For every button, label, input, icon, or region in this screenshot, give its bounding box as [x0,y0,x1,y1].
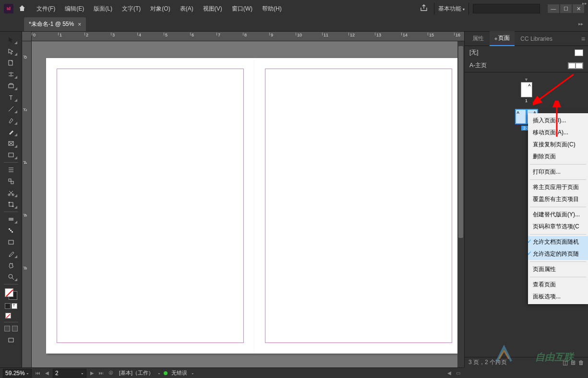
home-icon[interactable] [18,4,26,13]
ctx-override-master[interactable]: 覆盖所有主页项目 [528,193,588,205]
document-tab[interactable]: *未命名-1 @ 55% × [24,17,86,31]
ctx-page-attributes[interactable]: 页面属性 [528,263,588,275]
eyedropper-tool[interactable] [4,248,18,259]
edit-page-size-icon[interactable]: ◫ [563,359,568,366]
page-1-thumb[interactable]: A [521,82,532,97]
tab-cc-libraries[interactable]: CC Libraries [516,33,557,45]
panel-menu-icon[interactable]: ≡ [581,35,585,43]
hand-tool[interactable] [4,260,18,271]
svg-point-13 [8,202,10,203]
rectangle-frame-tool[interactable] [4,138,18,149]
canvas[interactable]: 012345678910111213141516 02468 [22,32,464,367]
collapse-status-icon[interactable]: ◀ [446,370,452,376]
screen-mode-status-icon[interactable]: ▭ [455,370,461,376]
ctx-print-pages[interactable]: 打印页面... [528,166,588,178]
page-tool[interactable] [4,58,18,68]
page-right[interactable] [254,58,463,354]
pencil-tool[interactable] [4,127,18,137]
svg-rect-15 [9,218,13,221]
pen-tool[interactable] [4,115,18,126]
minimize-button[interactable]: — [548,4,559,13]
page-flow-indicator-icon: ▼ [465,77,588,82]
prev-page-icon[interactable]: ◀ [44,370,50,376]
menu-help[interactable]: 帮助(H) [258,3,286,15]
zoom-input[interactable]: 59.25%⌄ [3,369,32,378]
rectangle-tool[interactable] [4,150,18,160]
ctx-move-pages[interactable]: 移动页面(A)... [528,127,588,139]
ruler-vertical[interactable]: 02468 [22,41,32,367]
delete-page-icon[interactable]: 🗑 [578,359,584,366]
share-icon[interactable] [420,3,430,14]
ctx-apply-master[interactable]: 将主页应用于页面 [528,181,588,193]
selection-tool[interactable] [4,35,18,45]
page-left[interactable] [46,58,254,354]
scissors-tool[interactable] [4,188,18,198]
ctx-view-pages[interactable]: 查看页面 [528,279,588,291]
ctx-insert-pages[interactable]: 插入页面(I)... [528,115,588,127]
menu-type[interactable]: 文字(T) [118,3,144,15]
preflight-status[interactable]: 无错误⌄ [164,369,194,377]
ctx-delete-pages[interactable]: 删除页面 [528,151,588,163]
screen-mode-tool[interactable] [4,335,18,345]
close-tab-icon[interactable]: × [78,21,81,28]
type-tool[interactable]: T [4,92,18,103]
gap-grid-tool[interactable] [4,165,18,175]
ctx-numbering[interactable]: 页码和章节选项(C [528,221,588,233]
menu-layout[interactable]: 版面(L) [90,3,116,15]
formatting-text-icon[interactable]: T [12,303,17,309]
svg-rect-1 [9,84,13,88]
tab-properties[interactable]: 属性 [468,32,489,46]
new-page-icon[interactable]: ⊞ [571,359,576,366]
tab-pages[interactable]: 页面 [490,31,515,46]
gradient-feather-tool[interactable] [4,225,18,236]
cell-tool[interactable] [4,176,18,187]
menu-window[interactable]: 窗口(W) [228,3,256,15]
apply-color-icon[interactable] [5,303,11,309]
fill-stroke-swatch[interactable] [5,288,17,299]
ctx-duplicate-pages[interactable]: 直接复制页面(C) [528,139,588,151]
menu-edit[interactable]: 编辑(E) [61,3,88,15]
search-input[interactable] [473,4,540,13]
maximize-button[interactable]: ☐ [560,4,572,13]
expand-panels-icon[interactable]: ▸▸ [578,21,583,26]
open-navigator-icon[interactable]: ⦿ [108,370,114,376]
pages-panel-footer: 3 页，2 个跨页 ◫ ⊞ 🗑 [465,357,588,367]
style-status[interactable]: [基本]（工作）⌄ [117,369,161,377]
first-page-icon[interactable]: ⏮ [35,370,41,376]
content-collector-tool[interactable] [4,81,18,91]
workspace-switcher[interactable]: 基本功能 ▾ [434,3,469,15]
zoom-tool[interactable] [4,272,18,282]
vertical-scrollbar[interactable] [457,41,464,367]
ctx-allow-shuffle[interactable]: 允许文档页面随机 [528,236,588,248]
ruler-horizontal[interactable]: 012345678910111213141516 [32,32,464,41]
scrollbar-thumb[interactable] [458,46,463,238]
last-page-icon[interactable]: ⏭ [98,370,105,376]
ctx-panel-options[interactable]: 面板选项... [528,291,588,303]
line-tool[interactable] [4,104,18,114]
menu-table[interactable]: 表(A) [176,3,197,15]
free-transform-tool[interactable] [4,199,18,210]
toolbox: ▸▸ T T [0,32,22,367]
ruler-origin[interactable] [22,32,32,41]
menu-view[interactable]: 视图(V) [199,3,226,15]
ctx-alt-layout[interactable]: 创建替代版面(Y)... [528,209,588,221]
menu-file[interactable]: 文件(F) [33,3,59,15]
next-page-icon[interactable]: ▶ [89,370,95,376]
gap-tool[interactable] [4,69,18,80]
master-none-row[interactable]: [无] [465,46,588,59]
document-tab-title: *未命名-1 @ 55% [29,20,74,28]
preview-mode-icon[interactable] [12,326,18,331]
master-a-row[interactable]: A-主页 [465,59,588,72]
direct-selection-tool[interactable] [4,46,18,57]
gradient-swatch-tool[interactable] [4,214,18,224]
note-tool[interactable] [4,237,18,248]
svg-rect-8 [9,179,11,181]
default-swap-none-swatch[interactable] [5,312,17,320]
menu-object[interactable]: 对象(O) [146,3,174,15]
document-tab-strip: *未命名-1 @ 55% × ▸▸ [0,17,588,32]
normal-mode-icon[interactable] [4,326,10,331]
ctx-allow-spread-shuffle[interactable]: 允许选定的跨页随 [528,248,588,260]
page-1-label: 1 [465,98,588,103]
toolbox-expand-icon[interactable]: ▸▸ [582,1,587,6]
page-number-input[interactable]: 2⌄ [53,369,86,378]
